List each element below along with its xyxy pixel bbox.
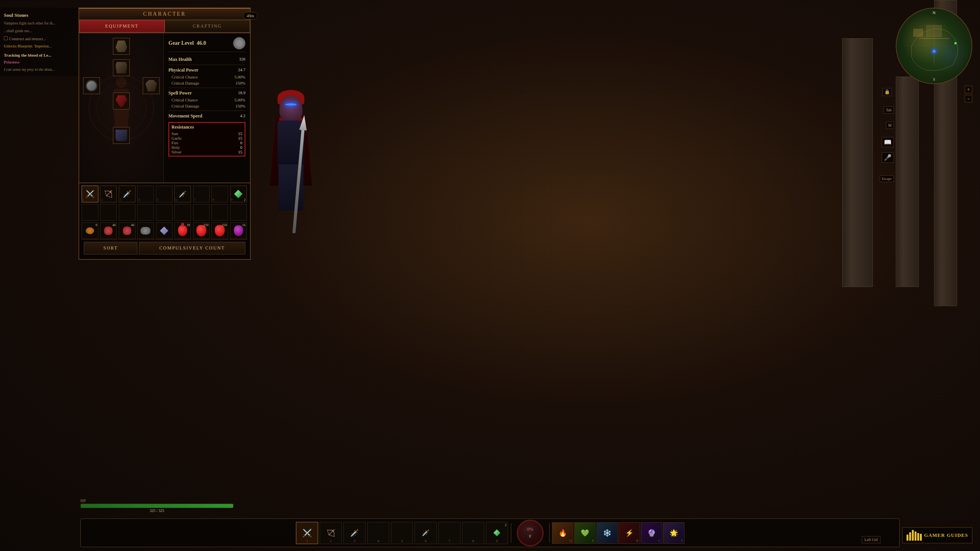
equipment-slot-legs[interactable] <box>113 93 130 109</box>
combat-slot-r[interactable]: ⚡ R <box>619 522 640 544</box>
quest-desc-1: Vampires fight each other for th... <box>4 21 76 26</box>
hotbar-slot-9[interactable]: 2 9 <box>486 522 508 544</box>
minimap-paths-svg <box>897 8 972 83</box>
stat-section-health: Max Health 326 <box>168 56 245 63</box>
hotbar-divider-2 <box>549 523 550 543</box>
sort-button[interactable]: SORT <box>84 242 137 254</box>
compulsively-count-button[interactable]: COMPULSIVELY COUNT <box>139 242 245 254</box>
hotbar-slot-3[interactable]: 🗡️ 3 <box>343 522 366 544</box>
tab-crafting[interactable]: CRAFTING <box>165 20 250 33</box>
hotbar-slot-2[interactable]: 🏹 2 <box>320 522 342 544</box>
inv-cell-r2-1[interactable] <box>82 204 98 221</box>
max-health-value: 326 <box>239 57 246 62</box>
gg-bar-2 <box>909 532 911 541</box>
combat-slot-q[interactable]: 🔥 Q <box>552 522 573 544</box>
tab-equipment[interactable]: EQUIPMENT <box>79 20 165 33</box>
res-ore1-icon <box>104 227 113 235</box>
hotbar-slot-7[interactable]: 7 <box>438 522 461 544</box>
inventory-section: ⚔️ 1 🏹 2 🗡️ 3 4 5 🗡️ 6 7 <box>79 183 250 259</box>
stat-section-movement: Movement Speed 4.2 <box>168 112 245 120</box>
combat-icon-r: ⚡ <box>625 529 634 537</box>
stat-row-spell-crit-chance: Critical Chance 5.00% <box>168 97 245 103</box>
inventory-grid-row1: ⚔️ 1 🏹 2 🗡️ 3 4 5 🗡️ 6 7 <box>82 186 248 202</box>
combat-slot-e[interactable]: 💚 E <box>574 522 596 544</box>
equipment-slot-head[interactable] <box>113 38 130 55</box>
combat-slot-t[interactable]: 🌟 T <box>663 522 684 544</box>
movement-speed-value: 4.2 <box>240 113 245 119</box>
inv-cell-4[interactable]: 4 <box>137 186 154 202</box>
minimap-zoom-out[interactable]: - <box>965 95 972 103</box>
inv-cell-r2-3[interactable] <box>119 204 136 221</box>
res-ore3-icon <box>140 227 150 235</box>
side-tab-tab[interactable]: Tab <box>884 106 894 114</box>
inv-cell-r2-4[interactable] <box>137 204 154 221</box>
quest-checkbox-row[interactable]: Construct and interact... <box>4 36 76 42</box>
quest-checkbox[interactable] <box>4 36 8 40</box>
combat-slot-ability3[interactable]: ❄️ <box>596 522 618 544</box>
hp-label: HP <box>80 498 234 503</box>
side-tab-journal[interactable]: 📖 <box>882 137 894 147</box>
hp-text: 325 / 325 <box>80 509 234 513</box>
lock-icon: 🔒 <box>882 88 892 96</box>
resist-silver-value: 15 <box>238 150 242 154</box>
resist-fire-label: Fire <box>172 140 178 145</box>
quest-tracking-label: Tracking the blood of Le... <box>4 52 76 59</box>
hotbar-slot-5[interactable]: 5 <box>391 522 413 544</box>
inv-cell-9[interactable]: 2 9 <box>230 186 247 202</box>
minimap-zoom-in[interactable]: + <box>965 86 972 93</box>
side-tab-escape[interactable]: Escape <box>880 175 894 182</box>
stat-divider-2 <box>168 88 245 88</box>
hotbar-slot-4[interactable]: 4 <box>367 522 389 544</box>
inv-cell-2[interactable]: 🏹 2 <box>100 186 117 202</box>
inv-cell-r2-7[interactable] <box>193 204 210 221</box>
side-tab-mic[interactable]: 🎤 <box>882 152 894 163</box>
inv-cell-r2-8[interactable] <box>211 204 228 221</box>
res-cell-ore2[interactable]: 46 <box>119 222 136 239</box>
inv-cell-3[interactable]: 🗡️ 3 <box>119 186 136 202</box>
spell-power-label: Spell Power <box>168 90 192 96</box>
quest-desc-2: ...shall guide me... <box>4 28 76 34</box>
quest-checkbox-label: Construct and interact... <box>9 36 46 42</box>
inv-cell-5[interactable]: 5 <box>156 186 173 202</box>
stat-row-phys-crit-chance: Critical Chance 5.00% <box>168 74 245 80</box>
hotbar-item-1-icon: ⚔️ <box>302 528 312 538</box>
combat-slot-c[interactable]: 🔮 C <box>641 522 662 544</box>
inv-cell-r2-5[interactable] <box>156 204 173 221</box>
resist-garlic-label: Garlic <box>172 136 182 140</box>
equipment-slot-feet[interactable] <box>113 127 130 144</box>
gg-bars <box>906 530 922 541</box>
resist-row-fire: Fire 0 <box>172 140 242 145</box>
minimap-compass-s: S <box>933 77 935 82</box>
inv-cell-r2-6[interactable] <box>174 204 191 221</box>
inv-cell-8[interactable]: 8 <box>211 186 228 202</box>
hotbar-slot-8[interactable]: 8 <box>462 522 484 544</box>
character-panel-tabs: EQUIPMENT CRAFTING 49m <box>79 20 250 33</box>
inv-cell-1[interactable]: ⚔️ 1 <box>82 186 98 202</box>
chest-item-icon <box>116 62 127 73</box>
res-cell-crystal[interactable] <box>156 222 173 239</box>
inv-cell-7[interactable]: 7 <box>193 186 210 202</box>
res-cell-dust[interactable]: 9 <box>82 222 98 239</box>
res-ore2-icon <box>123 227 131 235</box>
equipment-slot-gloves[interactable] <box>143 77 160 94</box>
res-cell-potion2[interactable]: 250 <box>193 222 210 239</box>
res-cell-potion3[interactable]: 250 <box>211 222 228 239</box>
inventory-grid-row2 <box>82 204 248 221</box>
equipment-slot-ring[interactable] <box>83 77 100 94</box>
equipment-slot-chest[interactable] <box>113 59 130 76</box>
inv-item-dagger: 🗡️ <box>176 188 189 200</box>
hotbar-slot-6[interactable]: 🗡️ 6 <box>415 522 437 544</box>
res-cell-potion4[interactable]: 16 <box>230 222 247 239</box>
res-cell-ore1[interactable]: 46 <box>100 222 117 239</box>
res-cell-ore3[interactable] <box>137 222 154 239</box>
player-character-world <box>237 69 345 268</box>
inv-cell-r2-2[interactable] <box>100 204 117 221</box>
side-tab-m[interactable]: M <box>886 122 894 129</box>
inv-cell-6[interactable]: 🗡️ 6 <box>174 186 191 202</box>
inv-cell-r2-9[interactable] <box>230 204 247 221</box>
hotbar-slot-1[interactable]: ⚔️ 1 <box>296 522 318 544</box>
minimap-enemy-dot <box>954 42 957 44</box>
stat-row-spell-power: Spell Power 18.9 <box>168 90 245 97</box>
resist-holy-label: Holy <box>172 145 180 150</box>
res-cell-potion1[interactable]: 39 <box>174 222 191 239</box>
